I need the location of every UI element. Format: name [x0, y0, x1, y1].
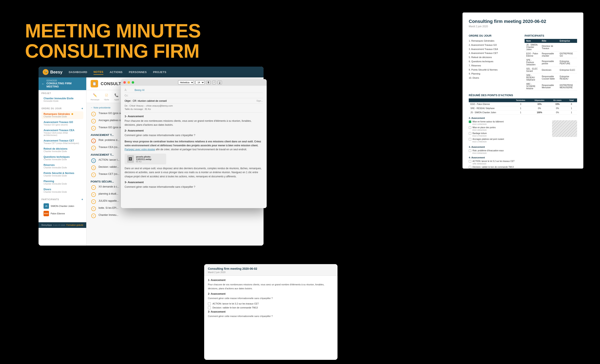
- size-select[interactable]: 14: [196, 80, 205, 84]
- nav-projets[interactable]: PROJETS: [153, 70, 166, 74]
- projet-section: PROJET Chantier Immeuble Etoile Immeuble…: [38, 90, 86, 105]
- email-cc-field: Cc:: [125, 94, 263, 98]
- attachment-icon: 🖼: [127, 155, 134, 163]
- sidebar-item-chantier[interactable]: Chantier Immeuble Etoile Immeuble Etoile: [41, 96, 83, 103]
- remark-icon: ✏: [91, 192, 96, 197]
- toolbar-tache[interactable]: ☑ Tâche: [103, 92, 109, 101]
- doc-thumbnail: [552, 120, 577, 137]
- nav-notes[interactable]: NOTES: [94, 70, 103, 75]
- remark-icon: ✏: [91, 146, 96, 150]
- email-body2: Comment gérer cette masse informationnel…: [125, 133, 263, 137]
- checkbox: [469, 160, 471, 163]
- agenda-list: 1. Remarques Générales 2. Avancement Tra…: [469, 39, 521, 80]
- table-row: JS - SIMON-Chantier Julien 1 100% 0% 1: [469, 110, 577, 115]
- remark-icon: ✏: [91, 207, 96, 211]
- sidebar-item-securite[interactable]: Points Sécurité & Normes Chantier Immeub…: [41, 171, 83, 178]
- table-row: EGO - Palon Etienne Responsable chantier…: [525, 52, 577, 58]
- sidebar-header: ← 02/04/2020 CONSULTING FIRM MEETING: [38, 77, 86, 90]
- agenda-header: Ordre du jour: [469, 34, 521, 37]
- table-row: ABC - SCISERE Antoine Responsable Menuis…: [525, 82, 577, 91]
- email-body: À: Beesy AI Cc: Objet : CR: réunion cabi…: [121, 86, 267, 194]
- sidebar-meeting-title: CONSULTING FIRM MEETING: [47, 82, 83, 88]
- doc-two-col: Ordre du jour 1. Remarques Générales 2. …: [469, 31, 577, 91]
- remark-icon: ✏: [91, 173, 96, 177]
- participant-js[interactable]: JS SIMON-Chantier Julien: [41, 202, 83, 210]
- tablet-para3: Comment gérer cette masse informationnel…: [208, 314, 334, 318]
- formation-link[interactable]: Formation gratuite: [66, 224, 83, 226]
- tablet-section2: 2- Avancement: [208, 292, 334, 295]
- doc-action-item: Decision: valider le bon de commande TM1…: [469, 166, 577, 169]
- nav-dashboard[interactable]: DASHBOARD: [69, 70, 87, 74]
- agenda-dot: [71, 113, 73, 115]
- tablet-para1: Pour chacune de vos nombreuses missions …: [208, 283, 334, 290]
- tablet-header: Consulting firm meeting 2020-06-02 Mardi…: [204, 264, 338, 276]
- tablet-checkbox: [208, 302, 211, 305]
- agenda-section: ORDRE DU JOUR + Remarques Générales Chan…: [38, 105, 86, 196]
- sidebar-item-reserves[interactable]: Réserves Chantier Immeuble Etoile: [41, 162, 83, 170]
- sidebar-item-remarques[interactable]: Remarques Générales Chantier Immeuble Et…: [41, 111, 83, 119]
- sidebar-item-cea[interactable]: Avancement Travaux CEA Travaux CEA (corp…: [41, 127, 83, 137]
- email-attachment: 🖼 pexels-photo-1181311.webp 65 Ko: [125, 154, 166, 164]
- italic-btn[interactable]: I: [212, 81, 216, 84]
- warning-icon: ⚠: [91, 139, 96, 143]
- email-link[interactable]: Partagez avec votre équipe: [125, 148, 155, 151]
- maximize-button[interactable]: [132, 81, 134, 84]
- bold-btn[interactable]: B: [206, 81, 211, 84]
- nav-actions[interactable]: ACTIONS: [110, 70, 122, 74]
- logo-icon: 🐝: [43, 69, 48, 75]
- email-section1: 1- Avancement: [125, 115, 263, 118]
- font-select[interactable]: Helvetica: [178, 80, 194, 84]
- email-to-field: À: Beesy AI: [125, 89, 263, 93]
- close-button[interactable]: [123, 81, 126, 84]
- doc-agenda-col: Ordre du jour 1. Remarques Générales 2. …: [469, 31, 521, 91]
- participants-section-title: PARTICIPANTS +: [41, 198, 83, 201]
- nav-personnes[interactable]: PERSONNES: [129, 70, 147, 74]
- tache-icon: ☑: [103, 92, 109, 98]
- email-body3: Dans un seul et unique outil, vous dispo…: [125, 166, 263, 179]
- email-section3: 3- Avancement: [125, 181, 263, 184]
- sidebar-item-questions[interactable]: Questions techniques Chantier Immeuble E…: [41, 154, 83, 162]
- avatar-ego: EGO: [44, 211, 49, 216]
- tablet-body: 1- Avancement Pour chacune de vos nombre…: [204, 276, 338, 355]
- participant-ego[interactable]: EGO Palon Etienne: [41, 210, 83, 217]
- email-from: De : Chloé Veauvy – chloe.veauvy@beesy.c…: [125, 104, 263, 107]
- sidebar: ← 02/04/2020 CONSULTING FIRM MEETING PRO…: [38, 77, 86, 246]
- doc-action-item: Bardage toiture EGO 27/04/2020: [469, 132, 550, 137]
- toolbar-appel[interactable]: 📞 Appel: [113, 92, 119, 101]
- sidebar-item-planning[interactable]: Planning Chantier Immeuble Etoile: [41, 179, 83, 186]
- add-agenda-button[interactable]: +: [82, 107, 83, 110]
- minimize-button[interactable]: [128, 81, 130, 84]
- sidebar-item-cet[interactable]: Avancement Travaux CET Travaux CET (corp…: [41, 138, 83, 146]
- tablet-section3: 3- Avancement: [208, 310, 334, 313]
- checkbox: [469, 138, 471, 140]
- table-row: SRE - RESEAU Stéphane 1 0% 0% 1: [469, 106, 577, 110]
- remark-icon: ✏: [91, 119, 96, 123]
- back-button[interactable]: ←: [41, 82, 45, 86]
- participants-table: Nom Rôle Entreprise JS - SIMON-Chantier …: [525, 39, 577, 91]
- email-subject-row: Objet : CR: réunion cabinet de conseil S…: [125, 100, 263, 104]
- email-body4: Comment gérer cette masse informationnel…: [125, 185, 263, 189]
- sidebar-item-go[interactable]: Avancement Travaux GO Travaux GO (gros o…: [41, 119, 83, 127]
- email-titlebar: Helvetica 14 B I U: [121, 79, 267, 86]
- doc-section2: 2- Avancement: [469, 117, 577, 119]
- toolbar-remarque[interactable]: ✏️ Remarque: [91, 92, 99, 101]
- sidebar-item-decisions[interactable]: Relevé de décisions Chantier Immeuble Et…: [41, 146, 83, 154]
- remarque-icon: ✏️: [92, 92, 98, 98]
- tablet-checkbox: [208, 306, 211, 309]
- doc-action-item: Mise en forme autour du bâtiment EGO 12/…: [469, 120, 550, 125]
- sidebar-footer: BeesyApps 5.12.3 © 2020 Formation gratui…: [38, 222, 86, 228]
- doc-action-item: Ancrages platines rail pont roulant EGO …: [469, 138, 577, 143]
- add-participant-button[interactable]: +: [82, 198, 83, 201]
- underline-btn[interactable]: U: [217, 81, 222, 84]
- doc-action-item: Mise en place des portes EGO 29/04/2020: [469, 126, 550, 131]
- checkbox-checked: [469, 120, 471, 123]
- table-row: SPE - Peinture Sebastien Responsable pei…: [525, 58, 577, 67]
- remark-icon: ✏: [91, 214, 96, 218]
- sidebar-date: 02/04/2020: [47, 80, 83, 82]
- action-icon: ☑: [91, 158, 96, 163]
- sidebar-item-divers[interactable]: Divers Chantier Immeuble Etoile: [41, 187, 83, 194]
- doc-action-item: ACTION: lancer le lot 3.2 sur les travau…: [469, 160, 577, 165]
- remark-icon: ✏: [91, 112, 96, 116]
- tablet-para2: Comment gérer cette masse informationnel…: [208, 296, 334, 300]
- checkbox: [469, 149, 471, 152]
